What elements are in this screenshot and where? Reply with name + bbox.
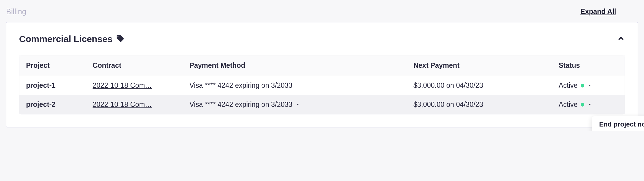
- contract-link[interactable]: 2022-10-18 Com…: [93, 100, 152, 108]
- col-header-payment-method: Payment Method: [183, 55, 407, 76]
- status-dropdown[interactable]: Active: [559, 100, 618, 109]
- licenses-card: Commercial Licenses Project Contract Pay…: [6, 22, 638, 127]
- status-label: Active: [559, 81, 578, 90]
- licenses-table: Project Contract Payment Method Next Pay…: [19, 55, 625, 114]
- status-dot-icon: [581, 84, 584, 87]
- card-title: Commercial Licenses: [19, 34, 112, 44]
- collapse-icon[interactable]: [617, 35, 625, 44]
- contract-link[interactable]: 2022-10-18 Com…: [93, 81, 152, 89]
- col-header-status: Status: [552, 55, 625, 76]
- payment-method-text: Visa **** 4242 expiring on 3/2033: [189, 100, 292, 109]
- project-name: project-1: [26, 81, 55, 89]
- breadcrumb: Billing: [6, 7, 26, 16]
- status-dot-icon: [581, 103, 584, 107]
- col-header-project: Project: [19, 55, 86, 76]
- payment-method-text: Visa **** 4242 expiring on 3/2033: [189, 81, 292, 90]
- tag-icon: [116, 34, 124, 44]
- next-payment-text: $3,000.00 on 04/30/23: [407, 95, 552, 114]
- table-row: project-12022-10-18 Com…Visa **** 4242 e…: [19, 76, 625, 95]
- col-header-contract: Contract: [86, 55, 183, 76]
- caret-down-icon[interactable]: [587, 100, 592, 109]
- caret-down-icon[interactable]: [587, 81, 592, 90]
- next-payment-text: $3,000.00 on 04/30/23: [407, 76, 552, 95]
- expand-all-link[interactable]: Expand All: [580, 8, 638, 16]
- status-label: Active: [559, 100, 578, 109]
- end-project-popover[interactable]: End project now: [592, 116, 644, 131]
- col-header-next-payment: Next Payment: [407, 55, 552, 76]
- status-dropdown[interactable]: Active: [559, 81, 618, 90]
- table-row: project-22022-10-18 Com…Visa **** 4242 e…: [19, 95, 625, 114]
- caret-down-icon[interactable]: [295, 100, 300, 109]
- project-name: project-2: [26, 100, 55, 108]
